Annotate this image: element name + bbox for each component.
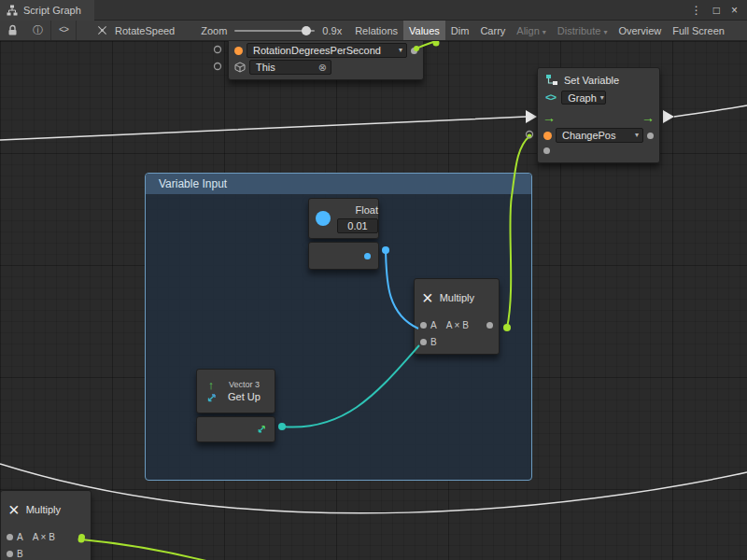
graph-node-icon [545,74,558,87]
unity-script-graph-window: Variable Input RotationDegreesPerSecon [0,0,747,560]
changepos-row: ChangePos ▾ [538,127,659,144]
port-b-label: B [17,549,23,559]
result-label: A × B [33,532,55,542]
distribute-label: Distribute [557,25,600,36]
distribute-dropdown-button[interactable]: Distribute ▾ [552,21,613,41]
get-variable-node[interactable]: RotationDegreesPerSecond ▾ This ⊗ [228,37,424,80]
graph-name-label: RotateSpeed [115,25,180,36]
info-icon[interactable]: ⓘ [25,23,50,37]
window-menu-icon[interactable]: ⋮ [691,4,702,17]
align-dropdown-button[interactable]: Align ▾ [511,21,552,41]
node-title: Set Variable [564,75,619,86]
value-input-row [538,144,659,157]
set-variable-node[interactable]: Set Variable <> Graph ▾ → → ChangePos ▾ [537,67,660,163]
variable-scope-dropdown[interactable]: Graph ▾ [561,91,606,105]
zoom-slider-handle[interactable] [302,26,311,35]
cube-icon [234,62,246,73]
port-row-b: B [1,545,91,560]
multiply-icon: × [8,500,20,519]
overview-button[interactable]: Overview [613,21,667,41]
node-title: Multiply [440,292,474,303]
input-port-a[interactable] [420,322,427,329]
carry-button[interactable]: Carry [474,21,511,41]
input-port-a[interactable] [7,534,13,540]
variable-name-row: RotationDegreesPerSecond ▾ [229,42,423,59]
node-title: Get Up [228,391,261,402]
code-view-icon[interactable]: <> [51,25,76,35]
chevron-down-icon: ▾ [399,47,402,54]
port-a-label: A [17,532,23,542]
window-titlebar: Script Graph ⋮ □ × [0,0,747,21]
tab-title: Script Graph [23,5,81,16]
get-up-output-section[interactable] [196,416,275,442]
node-header: × Multiply [1,491,91,528]
port-row-a: A A × B [415,316,499,333]
vector3-output-port-icon[interactable] [256,424,267,435]
output-port[interactable] [411,48,417,54]
align-label: Align [516,25,539,36]
target-label: This [256,62,275,73]
float-node[interactable]: Float 0.01 [308,198,379,239]
input-port[interactable] [543,147,550,154]
vector3-axes-icon [205,392,218,404]
zoom-value: 0.9x [322,25,349,36]
multiply-icon: × [422,288,433,307]
float-value: 0.01 [347,220,367,231]
relations-button[interactable]: Relations [349,21,403,41]
graph-asset-icon [90,25,115,35]
variable-name: ChangePos [562,130,616,141]
port-b-label: B [430,337,437,347]
port-row-a: A A × B [1,528,91,545]
output-port[interactable] [78,534,85,540]
float-type-icon [316,211,331,226]
code-icon: <> [545,92,556,104]
output-port[interactable] [647,133,654,139]
chevron-down-icon: ▾ [600,94,604,102]
target-row: This ⊗ [229,59,423,76]
port-a-label: A [430,320,437,330]
fullscreen-button[interactable]: Full Screen [667,21,730,41]
multiply-node[interactable]: × Multiply A A × B B [414,278,500,355]
lock-icon[interactable] [0,24,25,36]
group-header[interactable]: Variable Input [146,174,531,194]
window-close-icon[interactable]: × [731,4,738,17]
float-value-input[interactable]: 0.01 [337,218,378,233]
variable-type-dot [234,47,243,55]
float-node-output-section[interactable] [308,242,379,270]
vector3-type-label: Vector 3 [229,380,260,389]
chevron-down-icon: ▾ [635,132,639,139]
variable-name-dropdown[interactable]: RotationDegreesPerSecond ▾ [247,43,407,58]
toolbar-divider [76,21,77,41]
set-variable-name-dropdown[interactable]: ChangePos ▾ [556,128,643,143]
window-restore-icon[interactable]: □ [713,4,720,17]
script-graph-tab[interactable]: Script Graph [0,0,94,21]
scope-label: Graph [568,92,597,104]
input-port-b[interactable] [7,551,13,557]
script-graph-icon [7,5,18,16]
up-arrow-icon: ↑ [208,379,215,391]
zoom-label: Zoom [201,25,227,36]
result-label: A × B [446,320,469,330]
dim-button[interactable]: Dim [445,21,475,41]
float-output-port[interactable] [364,253,371,259]
node-header: Set Variable <> Graph ▾ [538,68,659,108]
output-port[interactable] [486,322,493,329]
float-type-label: Float [356,204,378,216]
flow-out-arrow-icon[interactable]: → [641,111,655,124]
variable-type-dot [543,132,552,140]
chevron-down-icon: ▾ [603,28,607,36]
multiply-node-bottom[interactable]: × Multiply A A × B B [0,490,92,560]
port-row-b: B [415,333,499,350]
target-object-field[interactable]: This ⊗ [249,60,331,75]
object-picker-icon[interactable]: ⊗ [318,63,327,73]
zoom-slider[interactable] [234,30,315,32]
flow-row: → → [538,108,659,127]
input-port-b[interactable] [420,339,427,345]
node-title: Multiply [26,504,61,515]
values-button[interactable]: Values [403,21,445,41]
node-header: × Multiply [415,279,499,316]
variable-name: RotationDegreesPerSecond [253,45,381,56]
group-title: Variable Input [159,177,227,190]
flow-in-arrow-icon[interactable]: → [543,111,556,124]
get-up-node[interactable]: ↑ Vector 3 Get Up [196,369,275,413]
